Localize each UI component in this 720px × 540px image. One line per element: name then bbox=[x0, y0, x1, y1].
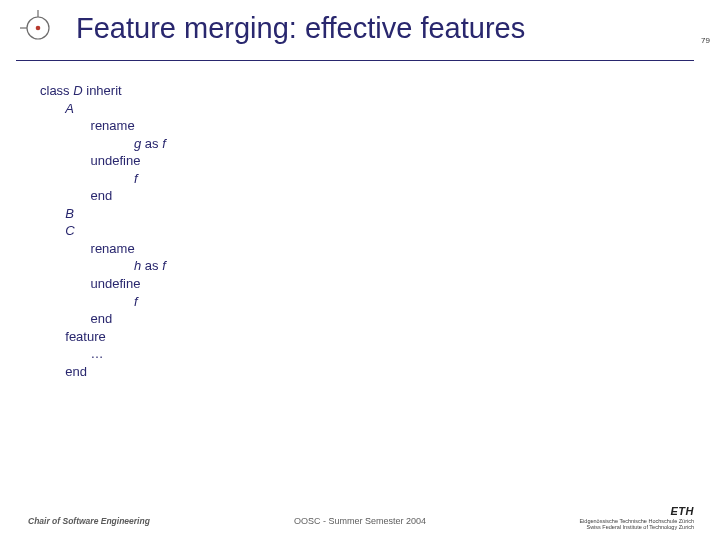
code-line: end bbox=[40, 363, 680, 381]
code-line: rename bbox=[40, 240, 680, 258]
code-line: undefine bbox=[40, 275, 680, 293]
code-line: h as f bbox=[40, 257, 680, 275]
code-line: class D inherit bbox=[40, 82, 680, 100]
slide: Feature merging: effective features 79 c… bbox=[0, 0, 720, 540]
slide-title: Feature merging: effective features bbox=[76, 12, 525, 45]
code-line: rename bbox=[40, 117, 680, 135]
svg-point-1 bbox=[36, 26, 41, 31]
eth-logo-text: ETH bbox=[579, 505, 694, 517]
code-line: f bbox=[40, 293, 680, 311]
code-line: … bbox=[40, 345, 680, 363]
code-line: A bbox=[40, 100, 680, 118]
eth-sub-text2: Swiss Federal Institute of Technology Zu… bbox=[579, 524, 694, 530]
header: Feature merging: effective features 79 bbox=[0, 16, 720, 66]
code-line: f bbox=[40, 170, 680, 188]
code-line: C bbox=[40, 222, 680, 240]
code-line: feature bbox=[40, 328, 680, 346]
code-line: g as f bbox=[40, 135, 680, 153]
page-number: 79 bbox=[701, 36, 710, 45]
code-line: end bbox=[40, 187, 680, 205]
code-block: class D inherit A rename g as f undefine… bbox=[40, 82, 680, 380]
header-rule bbox=[16, 60, 694, 61]
code-line: undefine bbox=[40, 152, 680, 170]
code-line: end bbox=[40, 310, 680, 328]
code-line: B bbox=[40, 205, 680, 223]
footer-eth-logo: ETH Eidgenössische Technische Hochschule… bbox=[579, 505, 694, 530]
logo-icon bbox=[20, 10, 56, 50]
